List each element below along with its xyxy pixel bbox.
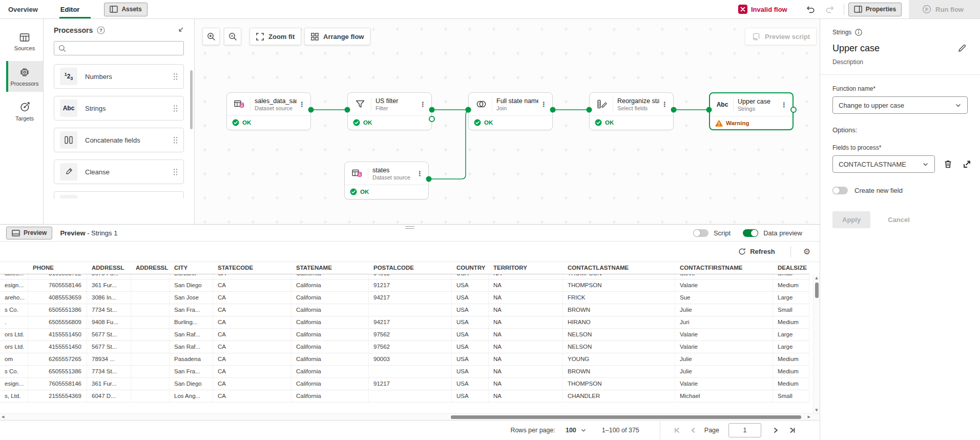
page-input[interactable] — [728, 423, 761, 437]
create-new-field-toggle[interactable] — [832, 187, 848, 194]
table-row[interactable]: om626555726578934 ...PasadenaCACaliforni… — [0, 353, 809, 366]
flow-node-states[interactable]: statesDataset source⋮OK — [344, 162, 429, 199]
table-row[interactable]: areho...40855536593086 In...San JoseCACa… — [0, 292, 809, 304]
properties-button[interactable]: Properties — [848, 3, 902, 16]
first-page-icon[interactable] — [672, 425, 682, 435]
vertical-scroll-thumb[interactable] — [815, 283, 819, 298]
script-toggle[interactable] — [693, 229, 708, 237]
tab-editor[interactable]: Editor — [59, 0, 91, 18]
processor-item-numbers[interactable]: 123Numbers — [54, 64, 184, 89]
tab-overview[interactable]: Overview — [7, 0, 49, 18]
column-header[interactable]: CONTACTFIRSTNAME — [675, 262, 773, 274]
previous-page-icon[interactable] — [688, 425, 698, 435]
table-horizontal-scrollbar[interactable]: ◀ ▶ — [0, 413, 820, 420]
table-row[interactable]: s, Ltd.21555543696047 D...Los Ang...CACa… — [0, 390, 809, 403]
flow-node-upper[interactable]: AbcUpper caseStrings⋮Warning — [709, 92, 794, 130]
node-menu-icon[interactable]: ⋮ — [538, 101, 549, 108]
panel-scrollbar[interactable] — [190, 70, 193, 129]
scroll-right-icon[interactable]: ▶ — [808, 414, 810, 420]
assets-button[interactable]: Assets — [104, 3, 147, 16]
column-header[interactable]: DEALSIZE — [773, 262, 809, 274]
flow-node-usfilter[interactable]: US filterFilter⋮OK — [347, 92, 432, 130]
processor-item-strings[interactable]: AbcStrings — [54, 96, 184, 121]
zoom-fit-button[interactable]: Zoom fit — [249, 28, 301, 45]
search-input[interactable] — [69, 44, 179, 52]
drag-handle-icon[interactable] — [173, 136, 178, 144]
scroll-up-icon[interactable]: ▲ — [814, 276, 820, 280]
next-page-icon[interactable] — [770, 425, 781, 435]
help-icon[interactable]: ? — [97, 26, 105, 34]
collapse-panel-icon[interactable] — [176, 27, 184, 34]
data-preview-toggle[interactable] — [743, 229, 758, 237]
table-vertical-scrollbar[interactable]: ▲ ▼ — [813, 275, 820, 413]
table-row[interactable]: esign...7605558146361 Fur...San DiegoCAC… — [0, 279, 809, 292]
flow-canvas[interactable]: sales_data_sampleDataset source⋮OKUS fil… — [195, 19, 820, 224]
flow-node-sales[interactable]: sales_data_sampleDataset source⋮OK — [226, 92, 311, 130]
processor-item-cleanse[interactable]: Cleanse — [54, 159, 184, 184]
zoom-out-button[interactable] — [224, 28, 241, 45]
table-cell: Small — [773, 390, 809, 402]
apply-button[interactable]: Apply — [832, 211, 870, 228]
table-row[interactable]: .65055568099408 Fu...Burling...CACalifor… — [0, 316, 809, 329]
node-menu-icon[interactable]: ⋮ — [414, 170, 425, 177]
drag-handle-icon[interactable] — [173, 105, 178, 112]
column-header[interactable]: TERRITORY — [489, 262, 563, 274]
node-menu-icon[interactable]: ⋮ — [659, 101, 670, 108]
table-row[interactable]: s Co.65055513867734 St...San Fra...CACal… — [0, 304, 809, 316]
flow-node-select[interactable]: Reorganize states f...Select fields⋮OK — [589, 92, 674, 130]
table-cell: NA — [489, 366, 563, 377]
column-header[interactable]: STATENAME — [291, 262, 369, 274]
invalid-flow-status[interactable]: Invalid flow — [738, 5, 787, 14]
redo-icon[interactable] — [820, 5, 840, 14]
zoom-in-button[interactable] — [202, 28, 220, 45]
node-menu-icon[interactable]: ⋮ — [779, 101, 789, 109]
cancel-button[interactable]: Cancel — [885, 215, 913, 224]
sidebar-item-sources[interactable]: Sources — [6, 26, 43, 57]
fields-to-process-select[interactable]: CONTACTLASTNAME — [832, 155, 935, 173]
column-header[interactable]: CITY — [170, 262, 213, 274]
function-name-select[interactable]: Change to upper case — [832, 96, 968, 114]
rows-per-page-select[interactable]: 100 — [566, 427, 587, 434]
table-row[interactable]: ors Ltd.41555514505677 St...San Raf...CA… — [0, 329, 809, 341]
column-header[interactable]: COUNTRY — [452, 262, 489, 274]
flow-node-join[interactable]: Full state namesJoin⋮OK — [468, 92, 553, 130]
scroll-down-icon[interactable]: ▼ — [814, 408, 820, 412]
column-header[interactable]: ADDRESSL — [131, 262, 170, 274]
processor-item-concatenate-fields[interactable]: Concatenate fields — [54, 128, 184, 152]
node-status-label: OK — [242, 119, 251, 126]
run-flow-button[interactable]: Run flow — [919, 4, 967, 14]
sidebar-item-processors[interactable]: Processors — [6, 61, 43, 92]
node-menu-icon[interactable]: ⋮ — [418, 101, 428, 108]
processor-item-hash[interactable]: #Hash — [54, 191, 184, 198]
scroll-left-icon[interactable]: ◀ — [2, 414, 4, 420]
column-header[interactable]: POSTALCODE — [369, 262, 452, 274]
panel-resize-handle[interactable] — [405, 226, 414, 229]
properties-panel: Strings Upper case Description Function … — [820, 19, 980, 440]
horizontal-scroll-thumb[interactable] — [451, 415, 801, 419]
table-row[interactable]: s Co.65055513867734 St...San Fra...CACal… — [0, 366, 809, 378]
refresh-button[interactable]: Refresh — [735, 247, 778, 256]
table-row[interactable]: ables...31055537223675 Fu...BurbankCACal… — [0, 274, 809, 279]
last-page-icon[interactable] — [787, 425, 797, 435]
sidebar-item-targets[interactable]: Targets — [6, 96, 43, 127]
column-header[interactable]: CONTACTLASTNAME — [563, 262, 675, 274]
preview-script-button[interactable]: Preview script — [745, 28, 817, 45]
column-header[interactable]: STATECODE — [213, 262, 291, 274]
arrange-flow-button[interactable]: Arrange flow — [304, 28, 370, 45]
gear-icon[interactable]: ⚙ — [803, 247, 810, 256]
column-header[interactable]: PHONE — [28, 262, 87, 274]
node-menu-icon[interactable]: ⋮ — [297, 101, 307, 108]
column-header[interactable]: ADDRESSL — [87, 262, 131, 274]
delete-field-icon[interactable] — [943, 158, 953, 170]
field-picker-icon[interactable] — [961, 158, 973, 170]
info-icon[interactable] — [855, 29, 862, 36]
drag-handle-icon[interactable] — [173, 73, 178, 81]
preview-toggle-button[interactable]: Preview — [6, 227, 52, 239]
table-row[interactable]: ors Ltd.41555514505677 St...San Raf...CA… — [0, 341, 809, 353]
table-row[interactable]: esign...7605558146361 Fur...San DiegoCAC… — [0, 378, 809, 390]
edit-icon[interactable] — [956, 43, 968, 54]
drag-handle-icon[interactable] — [173, 168, 178, 176]
svg-text:?: ? — [99, 27, 102, 33]
undo-icon[interactable] — [801, 5, 820, 14]
column-header[interactable] — [0, 262, 28, 274]
